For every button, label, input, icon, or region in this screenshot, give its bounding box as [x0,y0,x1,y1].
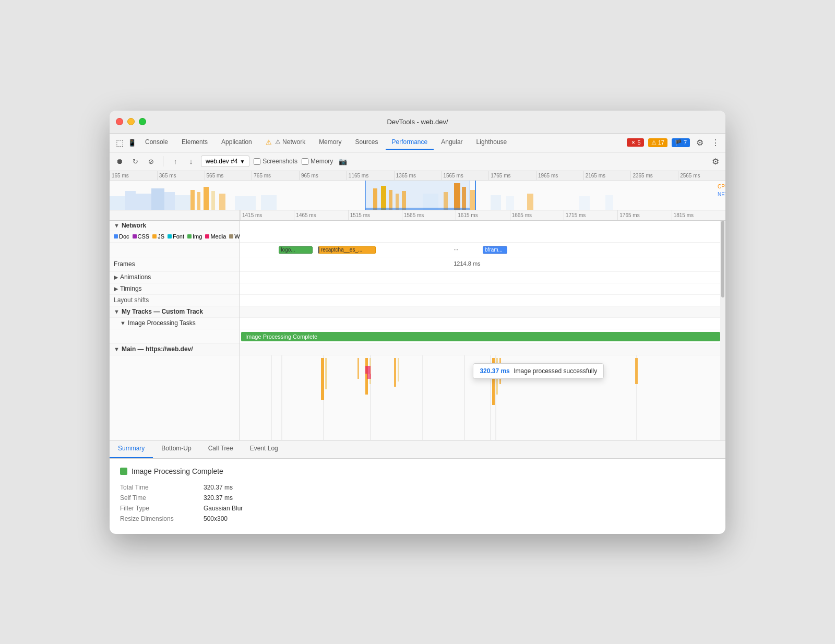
tab-summary[interactable]: Summary [110,440,153,458]
tick-1565: 1565 ms [441,171,488,180]
timings-arrow-icon: ▶ [114,285,118,292]
svg-rect-30 [579,196,590,210]
layout-shifts-content-row [240,295,725,306]
ztick-6: 1715 ms [564,210,617,220]
profile-select[interactable]: web.dev #4 ▼ [201,156,249,167]
tab-memory[interactable]: Memory [313,135,348,150]
warning-badge: ⚠ 17 [648,138,667,147]
close-button[interactable] [116,118,123,125]
svg-rect-36 [365,208,470,210]
tab-angular[interactable]: Angular [435,135,469,150]
tab-bottom-up[interactable]: Bottom-Up [153,440,199,458]
tab-elements[interactable]: Elements [175,135,214,150]
main-thread-arrow-icon: ▼ [114,346,120,352]
svg-rect-32 [365,181,366,210]
processing-bar[interactable]: Image Processing Complete [241,332,720,341]
record-icon[interactable]: ⏺ [114,156,125,167]
legend-js: JS [152,233,164,240]
capture-screenshot-icon[interactable]: 📷 [337,156,349,167]
memory-checkbox[interactable] [302,158,308,165]
network-vis-legend [240,231,725,243]
timeline-overview[interactable]: 165 ms 365 ms 565 ms 765 ms 965 ms 1165 … [110,171,725,210]
svg-rect-18 [389,190,392,210]
svg-text:✕: ✕ [631,140,635,145]
tab-lighthouse[interactable]: Lighthouse [470,135,514,150]
clear-icon[interactable]: ⊘ [145,156,157,167]
timeline-ruler: 165 ms 365 ms 565 ms 765 ms 965 ms 1165 … [110,171,725,181]
tracks-right-content[interactable]: logo... recaptcha__es_... ··· bfram... 1… [240,221,725,440]
animations-label-row[interactable]: ▶ Animations [110,272,240,283]
tab-event-log[interactable]: Event Log [242,440,287,458]
nav-toolbar: ⬚ 📱 Console Elements Application ⚠ ⚠ Net… [110,134,725,152]
total-time-label: Total Time [120,484,204,491]
legend-doc: Doc [114,233,129,240]
network-vis-header [240,221,725,231]
tick-165: 165 ms [110,171,157,180]
animations-content-row [240,272,725,283]
maximize-button[interactable] [139,118,146,125]
reload-record-icon[interactable]: ↻ [129,156,141,167]
ztick-2: 1515 ms [348,210,402,220]
download-icon[interactable]: ↓ [185,156,197,167]
tab-call-tree[interactable]: Call Tree [200,440,242,458]
legend-font: Font [168,233,184,240]
tooltip-time: 320.37 ms [480,367,509,375]
tab-network[interactable]: ⚠ ⚠ Network [259,135,312,150]
profile-label: web.dev #4 [206,158,237,165]
ztick-1: 1465 ms [294,210,348,220]
tick-365: 365 ms [157,171,205,180]
network-dots: ··· [454,246,458,253]
tab-console[interactable]: Console [139,135,174,150]
svg-rect-20 [402,191,406,210]
svg-rect-28 [506,196,514,210]
timings-label-row[interactable]: ▶ Timings [110,283,240,295]
network-bar-recaptcha[interactable]: recaptcha__es_... [318,246,376,254]
svg-rect-52 [367,374,371,379]
animations-label: Animations [120,273,151,281]
tab-sources[interactable]: Sources [349,135,384,150]
network-bar-bfram[interactable]: bfram... [483,246,507,254]
custom-track-label: My Tracks — Custom Track [122,308,203,315]
ztick-4: 1615 ms [456,210,509,220]
summary-title: Image Processing Complete [120,467,715,475]
svg-rect-16 [373,188,377,210]
main-thread-content-header [240,344,725,355]
settings-perf-icon[interactable]: ⚙ [710,156,721,167]
svg-rect-3 [125,191,136,210]
legend-font-color [168,234,172,238]
secondary-toolbar: ⏺ ↻ ⊘ ↑ ↓ web.dev #4 ▼ Screenshots Memor… [110,152,725,171]
tab-application[interactable]: Application [215,135,258,150]
tick-565: 565 ms [205,171,252,180]
image-processing-label-row: ▼ Image Processing Tasks [110,318,240,329]
layout-shifts-label-row: Layout shifts [110,295,240,306]
frames-label-row: Frames [110,257,240,272]
svg-rect-6 [164,192,175,210]
network-label-row: ▼ Network [110,221,240,231]
divider [163,156,163,166]
svg-rect-33 [470,181,470,210]
window-title: DevTools - web.dev/ [387,118,448,126]
device-icon[interactable]: 📱 [126,137,138,148]
network-collapse-arrow[interactable]: ▼ [114,222,120,229]
main-thread-label: Main — https://web.dev/ [122,345,193,353]
svg-rect-51 [365,366,371,374]
network-bar-logo[interactable]: logo... [279,246,313,254]
legend-img: Img [187,233,202,240]
scrollbar-track[interactable] [720,221,725,440]
tab-performance[interactable]: Performance [386,135,434,150]
memory-label: Memory [311,158,333,165]
minimize-button[interactable] [127,118,135,125]
network-bars-label [110,243,240,257]
svg-rect-22 [444,192,448,210]
info-badge: 🏴 7 [672,138,690,147]
svg-rect-11 [211,191,215,210]
ztick-7: 1765 ms [617,210,671,220]
upload-icon[interactable]: ↑ [170,156,181,167]
settings-icon[interactable]: ⚙ [694,137,706,148]
inspect-icon[interactable]: ⬚ [114,137,125,148]
more-options-icon[interactable]: ⋮ [710,137,721,148]
screenshots-checkbox[interactable] [254,158,260,165]
scrollbar-thumb[interactable] [721,221,724,297]
svg-rect-53 [394,358,396,387]
bottom-tabs: Summary Bottom-Up Call Tree Event Log [110,440,725,459]
